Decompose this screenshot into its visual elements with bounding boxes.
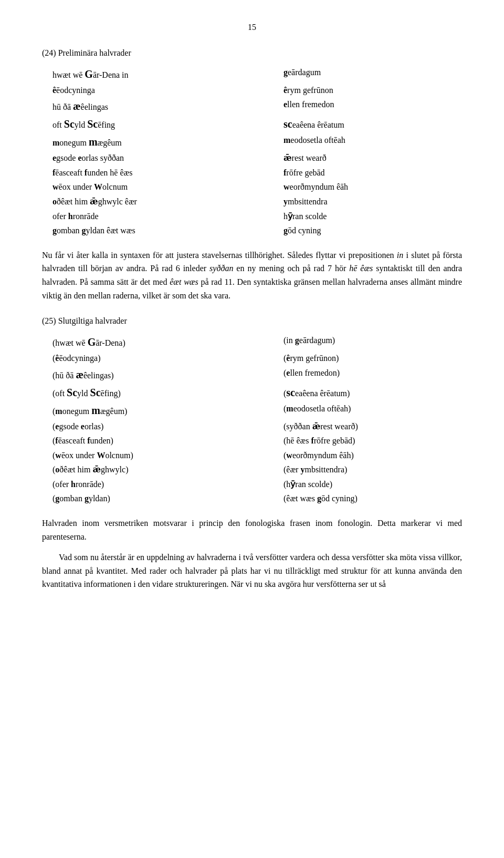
table-row: (oðêæt him ǣghwylc) (êær ymbsittendra) <box>42 462 462 477</box>
table-row: monegum mægêum meodosetla oftēah <box>42 133 462 151</box>
table-row: fēasceaft funden hē êæs frōfre gebād <box>42 166 462 180</box>
table-row: (egsode eorlas) (syððan ǣrest wearð) <box>42 419 462 434</box>
table-row: egsode eorlas syððan ǣrest wearð <box>42 151 462 166</box>
table-row: (fēasceaft funden) (hē êæs frōfre gebād) <box>42 433 462 448</box>
section-24-table: hwæt wē Gār-Dena in geārdagum êēodcyning… <box>42 65 462 238</box>
table-row: (monegum mægêum) (meodosetla oftēah) <box>42 401 462 419</box>
table-row: gomban gyldan êæt wæs gōd cyning <box>42 223 462 238</box>
table-row: (gomban gyldan) (êæt wæs gōd cyning) <box>42 491 462 506</box>
section-25: (25) Slutgiltiga halvrader (hwæt wē Gār-… <box>42 315 462 506</box>
table-row: (êēodcyninga) (êrym gefrūnon) <box>42 351 462 366</box>
table-row: (ofer hronrāde) (hȳran scolde) <box>42 477 462 492</box>
table-row: (oft Scyld Scēfing) (sceaêena êrēatum) <box>42 384 462 401</box>
section-24-heading: (24) Preliminära halvrader <box>42 47 462 60</box>
table-row: oðêæt him ǣghwylc êær ymbsittendra <box>42 194 462 209</box>
table-row: ofer hronrāde hȳran scolde <box>42 209 462 224</box>
table-row: wēox under Wolcnum weorðmyndum êāh <box>42 180 462 194</box>
table-row: (hwæt wē Gār-Dena) (in geārdagum) <box>42 333 462 351</box>
table-row: êēodcyninga êrym gefrūnon <box>42 83 462 98</box>
table-row: oft Scyld Scēfing sceaêena êrēatum <box>42 115 462 133</box>
prose-paragraph-3: Vad som nu återstår är en uppdelning av … <box>42 551 462 591</box>
prose-paragraph-1: Nu får vi åter kalla in syntaxen för att… <box>42 249 462 302</box>
section-25-table: (hwæt wē Gār-Dena) (in geārdagum) (êēodc… <box>42 333 462 506</box>
table-row: (wēox under Wolcnum) (weorðmyndum êāh) <box>42 448 462 463</box>
prose-paragraph-2: Halvraden inom versmetriken motsvarar i … <box>42 516 462 543</box>
table-row: hwæt wē Gār-Dena in geārdagum <box>42 65 462 83</box>
page-number: 15 <box>42 21 462 34</box>
section-25-heading: (25) Slutgiltiga halvrader <box>42 315 462 328</box>
table-row: hū ðā æêelingas ellen fremedon <box>42 97 462 115</box>
table-row: (hū ðā æêelingas) (ellen fremedon) <box>42 366 462 384</box>
section-24: (24) Preliminära halvrader hwæt wē Gār-D… <box>42 47 462 238</box>
